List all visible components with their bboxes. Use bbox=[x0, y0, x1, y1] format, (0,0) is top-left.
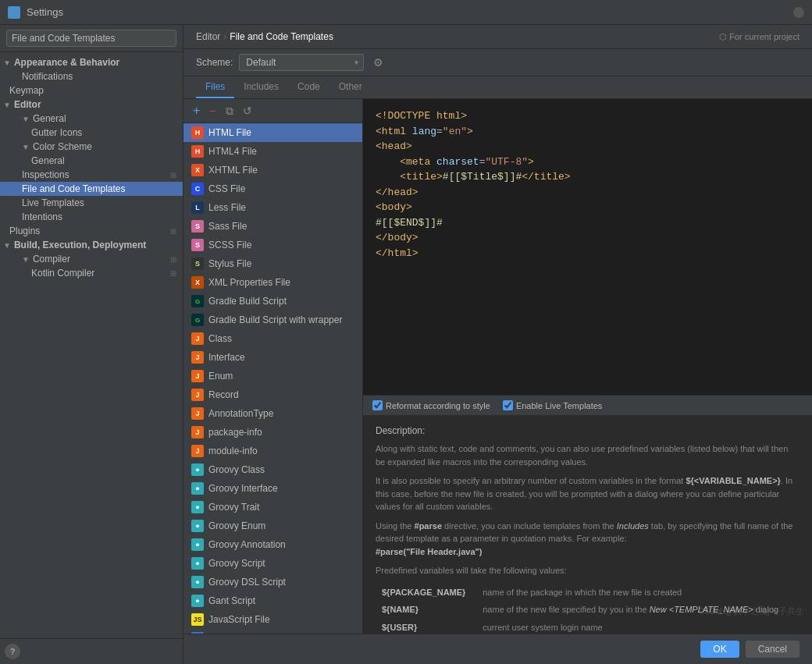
file-item-label: XHTML File bbox=[208, 165, 258, 176]
scheme-row: Scheme: Default Project ⚙ bbox=[183, 49, 812, 76]
for-project-link[interactable]: ⬡ For current project bbox=[719, 32, 800, 42]
expand-arrow: ▼ bbox=[22, 143, 30, 151]
file-item-label: CSS File bbox=[208, 183, 245, 194]
sidebar-item-keymap[interactable]: Keymap bbox=[0, 83, 183, 98]
file-item-groovy-enum[interactable]: ●Groovy Enum bbox=[183, 517, 362, 535]
sidebar-item-live-templates[interactable]: Live Templates bbox=[0, 196, 183, 210]
code-line-9: </body> bbox=[376, 230, 800, 246]
groovy-file-icon: ● bbox=[191, 482, 204, 495]
tab-includes[interactable]: Includes bbox=[234, 76, 288, 98]
file-item-label: Groovy Annotation bbox=[208, 539, 286, 550]
file-item-css-file[interactable]: CCSS File bbox=[183, 179, 362, 198]
file-item-stylus-file[interactable]: SStylus File bbox=[183, 254, 362, 273]
main-container: ▼ Appearance & Behavior Notifications Ke… bbox=[0, 25, 812, 664]
sidebar-item-notifications[interactable]: Notifications bbox=[0, 69, 183, 83]
java-file-icon: J bbox=[191, 426, 204, 439]
sidebar-item-color-general[interactable]: General bbox=[0, 154, 183, 168]
file-item-scss-file[interactable]: SSCSS File bbox=[183, 236, 362, 254]
reformat-checkbox-label[interactable]: Reformat according to style bbox=[372, 400, 490, 410]
file-item-less-file[interactable]: LLess File bbox=[183, 198, 362, 217]
sidebar-item-plugins[interactable]: Plugins ⊞ bbox=[0, 224, 183, 238]
sidebar-item-build[interactable]: ▼ Build, Execution, Deployment bbox=[0, 238, 183, 252]
file-item-label: HTML File bbox=[208, 127, 251, 138]
scheme-select-wrap: Default Project bbox=[239, 54, 364, 71]
file-item-annotation-type[interactable]: JAnnotationType bbox=[183, 404, 362, 423]
file-item-module-info[interactable]: Jmodule-info bbox=[183, 442, 362, 460]
remove-template-button[interactable]: − bbox=[206, 103, 219, 119]
scheme-gear-button[interactable]: ⚙ bbox=[370, 55, 386, 70]
file-item-label: Interface bbox=[208, 352, 245, 363]
xhtml-file-icon: X bbox=[191, 164, 204, 176]
file-item-record[interactable]: JRecord bbox=[183, 385, 362, 404]
sidebar-item-editor[interactable]: ▼ Editor bbox=[0, 98, 183, 112]
xml-file-icon: X bbox=[191, 276, 204, 289]
ok-button[interactable]: OK bbox=[700, 641, 739, 658]
file-item-html-file[interactable]: HHTML File bbox=[183, 123, 362, 142]
file-item-groovy-interface[interactable]: ●Groovy Interface bbox=[183, 479, 362, 498]
sidebar-item-inspections[interactable]: Inspections ⊞ bbox=[0, 168, 183, 182]
sidebar-item-label: Color Scheme bbox=[33, 141, 92, 152]
file-item-groovy-dsl[interactable]: ●Groovy DSL Script bbox=[183, 573, 362, 591]
file-item-label: Stylus File bbox=[208, 258, 251, 269]
file-item-sass-file[interactable]: SSass File bbox=[183, 217, 362, 236]
expand-arrow: ▼ bbox=[3, 101, 11, 109]
file-item-groovy-trait[interactable]: ●Groovy Trait bbox=[183, 498, 362, 517]
search-input[interactable] bbox=[6, 30, 176, 47]
sidebar-item-gutter-icons[interactable]: Gutter Icons bbox=[0, 126, 183, 140]
file-item-interface[interactable]: JInterface bbox=[183, 348, 362, 367]
file-item-enum[interactable]: JEnum bbox=[183, 367, 362, 385]
scss-file-icon: S bbox=[191, 239, 204, 251]
bottom-bar: OK Cancel bbox=[183, 634, 812, 664]
gradle-file-icon: G bbox=[191, 295, 204, 307]
close-button[interactable]: ✕ bbox=[793, 7, 804, 18]
sidebar-item-general[interactable]: ▼ General bbox=[0, 112, 183, 126]
sidebar-item-file-code-templates[interactable]: File and Code Templates bbox=[0, 182, 183, 196]
file-item-xml-properties[interactable]: XXML Properties File bbox=[183, 273, 362, 292]
scheme-select[interactable]: Default Project bbox=[239, 54, 364, 71]
file-item-html4-file[interactable]: HHTML4 File bbox=[183, 142, 362, 161]
live-templates-checkbox[interactable] bbox=[503, 400, 513, 410]
file-item-label: Enum bbox=[208, 371, 233, 382]
file-item-label: module-info bbox=[208, 446, 258, 456]
file-item-package-info[interactable]: Jpackage-info bbox=[183, 423, 362, 442]
sidebar-item-label: Plugins bbox=[9, 225, 40, 236]
sidebar-item-kotlin-compiler[interactable]: Kotlin Compiler ⊞ bbox=[0, 266, 183, 280]
sidebar-section-label: Editor bbox=[14, 99, 41, 110]
reformat-checkbox[interactable] bbox=[372, 400, 383, 410]
inspections-icon: ⊞ bbox=[170, 171, 176, 179]
tab-code[interactable]: Code bbox=[288, 76, 329, 98]
tab-other[interactable]: Other bbox=[329, 76, 372, 98]
file-item-gradle-wrapper[interactable]: GGradle Build Script with wrapper bbox=[183, 311, 362, 329]
live-templates-checkbox-label[interactable]: Enable Live Templates bbox=[503, 400, 602, 410]
add-template-button[interactable]: + bbox=[190, 102, 203, 119]
help-button[interactable]: ? bbox=[5, 644, 20, 659]
code-line-5: <title>#[[$Title$]]#</title> bbox=[376, 169, 800, 185]
groovy-file-icon: ● bbox=[191, 463, 204, 476]
sidebar-item-compiler[interactable]: ▼ Compiler ⊞ bbox=[0, 252, 183, 266]
file-item-javascript-file[interactable]: JSJavaScript File bbox=[183, 610, 362, 629]
copy-template-button[interactable]: ⧉ bbox=[223, 103, 237, 119]
file-item-class[interactable]: JClass bbox=[183, 329, 362, 348]
file-item-gant-script[interactable]: ●Gant Script bbox=[183, 591, 362, 610]
file-item-groovy-annotation[interactable]: ●Groovy Annotation bbox=[183, 535, 362, 554]
code-editor[interactable]: <!DOCTYPE html> <html lang="en"> <head> … bbox=[363, 99, 812, 395]
file-item-groovy-script[interactable]: ●Groovy Script bbox=[183, 554, 362, 573]
file-item-groovy-class[interactable]: ●Groovy Class bbox=[183, 460, 362, 479]
styl-file-icon: S bbox=[191, 257, 204, 270]
sidebar-section-label: Build, Execution, Deployment bbox=[14, 240, 146, 250]
file-item-label: Groovy DSL Script bbox=[208, 577, 286, 588]
sidebar-item-appearance[interactable]: ▼ Appearance & Behavior bbox=[0, 55, 183, 69]
tab-files[interactable]: Files bbox=[196, 76, 234, 98]
reset-template-button[interactable]: ↺ bbox=[240, 103, 255, 119]
sidebar-item-intentions[interactable]: Intentions bbox=[0, 210, 183, 224]
file-item-label: Groovy Class bbox=[208, 464, 265, 475]
groovy-file-icon: ● bbox=[191, 595, 204, 607]
var-row-user: ${USER} current user system login name bbox=[376, 619, 800, 634]
file-item-xhtml-file[interactable]: XXHTML File bbox=[183, 161, 362, 179]
file-item-gradle-build[interactable]: GGradle Build Script bbox=[183, 292, 362, 311]
cancel-button[interactable]: Cancel bbox=[746, 641, 800, 658]
java-file-icon: J bbox=[191, 351, 204, 364]
var-desc-package: name of the package in which the new fil… bbox=[476, 584, 800, 602]
file-item-label: HTML4 File bbox=[208, 146, 257, 157]
sidebar-item-color-scheme[interactable]: ▼ Color Scheme bbox=[0, 140, 183, 154]
